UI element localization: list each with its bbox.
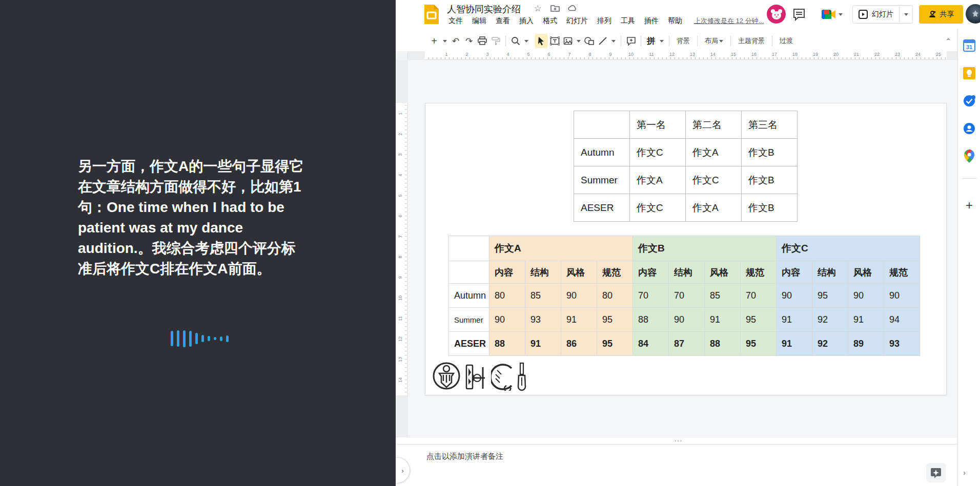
score-cell[interactable]: 80 [597,284,633,308]
meet-call-button[interactable] [815,4,849,25]
score-cell[interactable]: 93 [884,332,920,356]
star-icon[interactable]: ☆ [533,4,542,13]
score-cell[interactable]: 95 [812,284,848,308]
tasks-icon[interactable] [962,93,977,109]
score-cell[interactable]: 95 [597,308,633,332]
score-cell[interactable]: 91 [705,308,741,332]
score-criteria-header[interactable]: 风格 [561,261,597,284]
score-group-header[interactable]: 作文C [777,236,920,261]
text-box-tool-button[interactable] [548,34,561,48]
ranking-cell[interactable]: 作文B [742,166,798,194]
redo-button[interactable]: ↷ [462,34,476,48]
score-cell[interactable]: 86 [561,332,597,356]
menu-编辑[interactable]: 编辑 [467,15,491,27]
ranking-cell[interactable]: 作文B [742,194,798,222]
score-cell[interactable]: 92 [812,332,848,356]
score-cell[interactable]: 70 [669,284,705,308]
score-cell[interactable]: 92 [812,308,848,332]
score-table[interactable]: 作文A作文B作文C内容结构风格规范内容结构风格规范内容结构风格规范Autumn8… [448,236,920,356]
score-criteria-header[interactable]: 规范 [597,261,633,284]
slide-page[interactable]: 第一名第二名第三名Autumn作文C作文A作文BSummer作文A作文C作文BA… [425,103,947,395]
menu-查看[interactable]: 查看 [491,15,515,27]
insert-image-caret-icon[interactable] [575,34,583,48]
user-avatar[interactable] [966,4,980,24]
menu-排列[interactable]: 排列 [593,15,616,27]
menu-文件[interactable]: 文件 [444,15,467,27]
cloud-status-icon[interactable] [568,4,577,13]
score-cell[interactable]: 70 [741,284,777,308]
score-criteria-header[interactable]: 结构 [669,261,705,284]
ranking-cell[interactable]: 作文A [686,139,742,166]
score-group-header[interactable]: 作文A [489,236,633,261]
menu-幻灯片[interactable]: 幻灯片 [562,15,593,27]
get-addons-button[interactable]: + [962,198,977,213]
zoom-button[interactable] [509,34,522,48]
score-criteria-header[interactable]: 风格 [848,261,884,284]
menu-插件[interactable]: 插件 [640,15,663,27]
paint-format-button[interactable] [489,34,502,48]
score-cell[interactable]: 91 [777,332,812,356]
hide-side-panel-icon[interactable]: › [963,468,966,477]
background-button[interactable]: 背景 [672,34,694,48]
score-cell[interactable]: 95 [597,332,633,356]
present-options-button[interactable] [900,5,913,24]
transition-button[interactable]: 过渡 [775,34,797,48]
score-cell[interactable]: 90 [489,308,525,332]
ranking-header-cell[interactable]: 第二名 [686,111,742,139]
score-criteria-header[interactable]: 结构 [812,261,848,284]
score-group-header[interactable]: 作文B [633,236,777,261]
score-criteria-header[interactable]: 内容 [777,261,812,284]
ranking-cell[interactable]: 作文A [630,166,686,194]
score-cell[interactable]: 93 [525,308,561,332]
present-button[interactable]: 幻灯片 [852,5,900,24]
ranking-cell[interactable]: 作文C [686,166,742,194]
score-row-label[interactable]: AESER [449,332,489,356]
insert-comment-button[interactable] [624,34,638,48]
ranking-cell[interactable]: 作文C [630,194,686,222]
score-cell[interactable]: 89 [848,332,884,356]
score-row-label[interactable]: Autumn [449,284,489,308]
score-cell[interactable]: 90 [777,284,812,308]
score-cell[interactable]: 84 [633,332,669,356]
last-edit-link[interactable]: 上次修改是在 12 分钟... [694,16,764,26]
slide-canvas[interactable]: 第一名第二名第三名Autumn作文C作文A作文BSummer作文A作文C作文BA… [408,60,957,440]
score-criteria-header[interactable]: 内容 [489,261,525,284]
ranking-header-cell[interactable]: 第三名 [742,111,798,139]
new-slide-caret-icon[interactable] [441,34,449,48]
undo-button[interactable]: ↶ [449,34,462,48]
extension-avatar-icon[interactable] [767,5,786,24]
score-cell[interactable]: 88 [705,332,741,356]
score-criteria-header[interactable]: 内容 [633,261,669,284]
menu-格式[interactable]: 格式 [538,15,562,27]
insert-shape-button[interactable] [583,34,596,48]
score-cell[interactable]: 95 [741,332,777,356]
insert-line-caret-icon[interactable] [609,34,618,48]
maps-icon[interactable] [962,149,977,164]
score-criteria-header[interactable]: 风格 [705,261,741,284]
open-comments-icon[interactable] [792,8,806,21]
ranking-header-cell[interactable] [574,111,630,139]
contacts-icon[interactable] [962,121,977,136]
score-criteria-header[interactable]: 规范 [884,261,920,284]
score-cell[interactable]: 85 [705,284,741,308]
layout-button[interactable]: 布局 [701,34,727,48]
menu-插入[interactable]: 插入 [515,15,538,27]
score-cell[interactable]: 95 [741,308,777,332]
menu-工具[interactable]: 工具 [616,15,640,27]
score-cell[interactable]: 90 [848,284,884,308]
insert-image-button[interactable] [561,34,575,48]
document-title[interactable]: 人智协同实验介绍 [447,3,521,15]
theme-button[interactable]: 主题背景 [734,34,769,48]
score-cell[interactable]: 91 [848,308,884,332]
speaker-notes-placeholder[interactable]: 点击以添加演讲者备注 [426,452,503,461]
calendar-icon[interactable]: 31 [962,38,977,53]
zoom-caret-icon[interactable] [522,34,530,48]
slides-logo-icon[interactable] [423,4,440,25]
hide-menus-button[interactable]: ⌃ [942,35,954,47]
score-cell[interactable]: 90 [884,284,920,308]
score-criteria-header[interactable]: 结构 [525,261,561,284]
ranking-cell[interactable]: 作文B [742,139,798,166]
score-cell[interactable]: 91 [525,332,561,356]
insert-line-button[interactable] [596,34,609,48]
score-cell[interactable]: 90 [669,308,705,332]
